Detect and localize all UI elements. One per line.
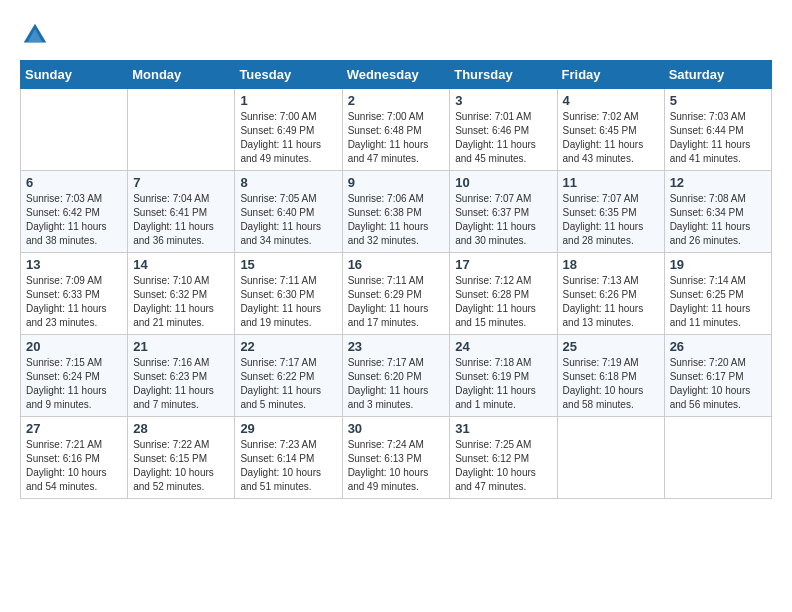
calendar-cell: 4Sunrise: 7:02 AMSunset: 6:45 PMDaylight… xyxy=(557,89,664,171)
calendar-cell: 18Sunrise: 7:13 AMSunset: 6:26 PMDayligh… xyxy=(557,253,664,335)
calendar-cell xyxy=(664,417,771,499)
day-detail: Sunrise: 7:19 AMSunset: 6:18 PMDaylight:… xyxy=(563,356,659,412)
day-number: 4 xyxy=(563,93,659,108)
calendar-cell: 16Sunrise: 7:11 AMSunset: 6:29 PMDayligh… xyxy=(342,253,450,335)
calendar-cell xyxy=(128,89,235,171)
calendar-cell: 15Sunrise: 7:11 AMSunset: 6:30 PMDayligh… xyxy=(235,253,342,335)
day-number: 12 xyxy=(670,175,766,190)
calendar-header-tuesday: Tuesday xyxy=(235,61,342,89)
calendar-cell: 7Sunrise: 7:04 AMSunset: 6:41 PMDaylight… xyxy=(128,171,235,253)
day-number: 16 xyxy=(348,257,445,272)
calendar-cell: 9Sunrise: 7:06 AMSunset: 6:38 PMDaylight… xyxy=(342,171,450,253)
day-number: 1 xyxy=(240,93,336,108)
calendar-cell: 26Sunrise: 7:20 AMSunset: 6:17 PMDayligh… xyxy=(664,335,771,417)
calendar-cell: 3Sunrise: 7:01 AMSunset: 6:46 PMDaylight… xyxy=(450,89,557,171)
calendar-header-thursday: Thursday xyxy=(450,61,557,89)
day-detail: Sunrise: 7:08 AMSunset: 6:34 PMDaylight:… xyxy=(670,192,766,248)
day-number: 27 xyxy=(26,421,122,436)
logo-icon xyxy=(20,20,50,50)
calendar-cell: 11Sunrise: 7:07 AMSunset: 6:35 PMDayligh… xyxy=(557,171,664,253)
calendar-cell: 30Sunrise: 7:24 AMSunset: 6:13 PMDayligh… xyxy=(342,417,450,499)
calendar-cell: 12Sunrise: 7:08 AMSunset: 6:34 PMDayligh… xyxy=(664,171,771,253)
day-detail: Sunrise: 7:17 AMSunset: 6:22 PMDaylight:… xyxy=(240,356,336,412)
calendar-week-5: 27Sunrise: 7:21 AMSunset: 6:16 PMDayligh… xyxy=(21,417,772,499)
calendar-cell: 13Sunrise: 7:09 AMSunset: 6:33 PMDayligh… xyxy=(21,253,128,335)
day-number: 24 xyxy=(455,339,551,354)
calendar-cell: 23Sunrise: 7:17 AMSunset: 6:20 PMDayligh… xyxy=(342,335,450,417)
calendar-cell: 24Sunrise: 7:18 AMSunset: 6:19 PMDayligh… xyxy=(450,335,557,417)
logo xyxy=(20,20,54,50)
day-number: 18 xyxy=(563,257,659,272)
day-detail: Sunrise: 7:21 AMSunset: 6:16 PMDaylight:… xyxy=(26,438,122,494)
calendar-cell: 5Sunrise: 7:03 AMSunset: 6:44 PMDaylight… xyxy=(664,89,771,171)
day-number: 28 xyxy=(133,421,229,436)
day-number: 14 xyxy=(133,257,229,272)
calendar-cell: 19Sunrise: 7:14 AMSunset: 6:25 PMDayligh… xyxy=(664,253,771,335)
calendar-header-wednesday: Wednesday xyxy=(342,61,450,89)
day-detail: Sunrise: 7:06 AMSunset: 6:38 PMDaylight:… xyxy=(348,192,445,248)
calendar-week-1: 1Sunrise: 7:00 AMSunset: 6:49 PMDaylight… xyxy=(21,89,772,171)
day-detail: Sunrise: 7:23 AMSunset: 6:14 PMDaylight:… xyxy=(240,438,336,494)
calendar-cell: 22Sunrise: 7:17 AMSunset: 6:22 PMDayligh… xyxy=(235,335,342,417)
day-number: 11 xyxy=(563,175,659,190)
day-number: 9 xyxy=(348,175,445,190)
calendar-cell: 10Sunrise: 7:07 AMSunset: 6:37 PMDayligh… xyxy=(450,171,557,253)
calendar-cell: 1Sunrise: 7:00 AMSunset: 6:49 PMDaylight… xyxy=(235,89,342,171)
day-detail: Sunrise: 7:17 AMSunset: 6:20 PMDaylight:… xyxy=(348,356,445,412)
day-detail: Sunrise: 7:20 AMSunset: 6:17 PMDaylight:… xyxy=(670,356,766,412)
day-detail: Sunrise: 7:04 AMSunset: 6:41 PMDaylight:… xyxy=(133,192,229,248)
calendar-header-row: SundayMondayTuesdayWednesdayThursdayFrid… xyxy=(21,61,772,89)
calendar-cell: 27Sunrise: 7:21 AMSunset: 6:16 PMDayligh… xyxy=(21,417,128,499)
calendar-cell: 25Sunrise: 7:19 AMSunset: 6:18 PMDayligh… xyxy=(557,335,664,417)
calendar-cell: 31Sunrise: 7:25 AMSunset: 6:12 PMDayligh… xyxy=(450,417,557,499)
day-detail: Sunrise: 7:05 AMSunset: 6:40 PMDaylight:… xyxy=(240,192,336,248)
calendar-cell: 6Sunrise: 7:03 AMSunset: 6:42 PMDaylight… xyxy=(21,171,128,253)
calendar-header-sunday: Sunday xyxy=(21,61,128,89)
day-detail: Sunrise: 7:00 AMSunset: 6:49 PMDaylight:… xyxy=(240,110,336,166)
day-detail: Sunrise: 7:01 AMSunset: 6:46 PMDaylight:… xyxy=(455,110,551,166)
calendar-cell: 14Sunrise: 7:10 AMSunset: 6:32 PMDayligh… xyxy=(128,253,235,335)
calendar-cell xyxy=(21,89,128,171)
day-detail: Sunrise: 7:14 AMSunset: 6:25 PMDaylight:… xyxy=(670,274,766,330)
day-number: 10 xyxy=(455,175,551,190)
calendar-cell: 29Sunrise: 7:23 AMSunset: 6:14 PMDayligh… xyxy=(235,417,342,499)
page-header xyxy=(20,20,772,50)
day-number: 26 xyxy=(670,339,766,354)
calendar-cell: 17Sunrise: 7:12 AMSunset: 6:28 PMDayligh… xyxy=(450,253,557,335)
calendar-week-4: 20Sunrise: 7:15 AMSunset: 6:24 PMDayligh… xyxy=(21,335,772,417)
day-detail: Sunrise: 7:11 AMSunset: 6:29 PMDaylight:… xyxy=(348,274,445,330)
calendar-cell: 8Sunrise: 7:05 AMSunset: 6:40 PMDaylight… xyxy=(235,171,342,253)
day-detail: Sunrise: 7:03 AMSunset: 6:42 PMDaylight:… xyxy=(26,192,122,248)
calendar-week-3: 13Sunrise: 7:09 AMSunset: 6:33 PMDayligh… xyxy=(21,253,772,335)
day-detail: Sunrise: 7:03 AMSunset: 6:44 PMDaylight:… xyxy=(670,110,766,166)
day-detail: Sunrise: 7:12 AMSunset: 6:28 PMDaylight:… xyxy=(455,274,551,330)
day-number: 30 xyxy=(348,421,445,436)
calendar-week-2: 6Sunrise: 7:03 AMSunset: 6:42 PMDaylight… xyxy=(21,171,772,253)
day-detail: Sunrise: 7:07 AMSunset: 6:35 PMDaylight:… xyxy=(563,192,659,248)
day-number: 20 xyxy=(26,339,122,354)
day-detail: Sunrise: 7:25 AMSunset: 6:12 PMDaylight:… xyxy=(455,438,551,494)
day-detail: Sunrise: 7:22 AMSunset: 6:15 PMDaylight:… xyxy=(133,438,229,494)
day-detail: Sunrise: 7:15 AMSunset: 6:24 PMDaylight:… xyxy=(26,356,122,412)
calendar-header-monday: Monday xyxy=(128,61,235,89)
day-detail: Sunrise: 7:00 AMSunset: 6:48 PMDaylight:… xyxy=(348,110,445,166)
day-number: 13 xyxy=(26,257,122,272)
day-number: 17 xyxy=(455,257,551,272)
day-number: 15 xyxy=(240,257,336,272)
calendar-cell: 21Sunrise: 7:16 AMSunset: 6:23 PMDayligh… xyxy=(128,335,235,417)
day-number: 21 xyxy=(133,339,229,354)
day-number: 2 xyxy=(348,93,445,108)
day-number: 29 xyxy=(240,421,336,436)
calendar-header-friday: Friday xyxy=(557,61,664,89)
calendar: SundayMondayTuesdayWednesdayThursdayFrid… xyxy=(20,60,772,499)
day-number: 31 xyxy=(455,421,551,436)
day-number: 19 xyxy=(670,257,766,272)
calendar-cell: 20Sunrise: 7:15 AMSunset: 6:24 PMDayligh… xyxy=(21,335,128,417)
calendar-cell: 2Sunrise: 7:00 AMSunset: 6:48 PMDaylight… xyxy=(342,89,450,171)
day-number: 7 xyxy=(133,175,229,190)
day-number: 23 xyxy=(348,339,445,354)
day-number: 3 xyxy=(455,93,551,108)
day-number: 22 xyxy=(240,339,336,354)
day-number: 8 xyxy=(240,175,336,190)
day-detail: Sunrise: 7:11 AMSunset: 6:30 PMDaylight:… xyxy=(240,274,336,330)
